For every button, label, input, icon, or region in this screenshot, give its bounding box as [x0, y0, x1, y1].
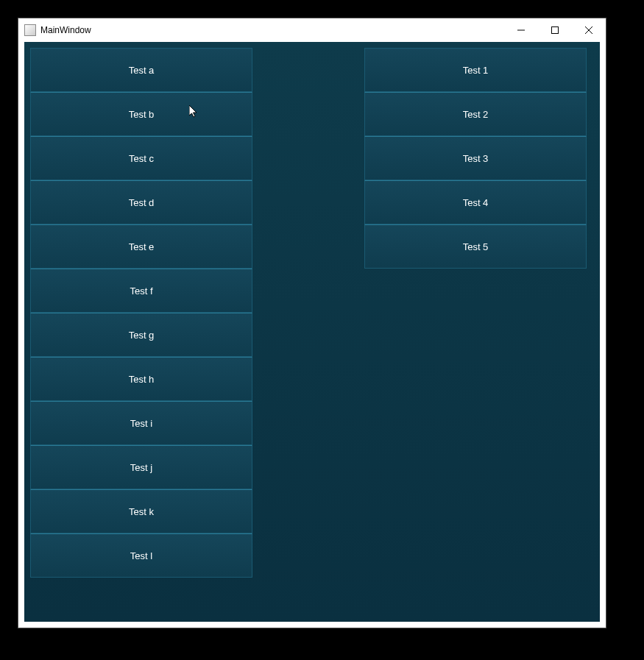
list-item[interactable]: Test 5 — [364, 224, 587, 269]
list-item-label: Test 2 — [463, 109, 489, 120]
close-button[interactable] — [572, 18, 606, 42]
list-item-label: Test a — [129, 65, 155, 76]
list-item[interactable]: Test e — [30, 224, 252, 269]
list-item[interactable]: Test i — [30, 401, 252, 445]
minimize-icon — [517, 26, 525, 34]
list-item[interactable]: Test 2 — [364, 92, 587, 136]
list-item-label: Test h — [129, 374, 155, 385]
list-item-label: Test l — [130, 550, 152, 561]
svg-rect-1 — [552, 27, 559, 34]
maximize-button[interactable] — [538, 18, 572, 42]
close-icon — [585, 26, 592, 34]
list-item-label: Test 5 — [463, 241, 489, 252]
list-item[interactable]: Test 4 — [364, 180, 587, 224]
list-item-label: Test d — [129, 197, 155, 208]
list-item-label: Test c — [129, 153, 154, 164]
list-item[interactable]: Test a — [30, 48, 252, 92]
column-spacer — [252, 48, 364, 616]
list-item-label: Test 4 — [463, 197, 489, 208]
list-item-label: Test g — [129, 330, 155, 341]
list-item[interactable]: Test k — [30, 489, 252, 533]
right-list: Test 1 Test 2 Test 3 Test 4 Test 5 — [364, 48, 587, 616]
list-item[interactable]: Test b — [30, 92, 252, 136]
list-item-label: Test j — [130, 462, 152, 473]
maximize-icon — [551, 26, 559, 34]
list-item-label: Test 3 — [463, 153, 489, 164]
app-icon — [24, 24, 36, 36]
list-item-label: Test k — [129, 506, 154, 517]
list-item[interactable]: Test j — [30, 445, 252, 489]
window-title: MainWindow — [40, 25, 91, 35]
list-item-label: Test b — [129, 109, 155, 120]
list-item[interactable]: Test 1 — [364, 48, 587, 92]
list-item-label: Test i — [130, 418, 152, 429]
list-item[interactable]: Test l — [30, 533, 252, 578]
list-item[interactable]: Test g — [30, 313, 252, 357]
titlebar-controls — [504, 18, 606, 42]
list-item-label: Test f — [130, 285, 152, 297]
list-item[interactable]: Test 3 — [364, 136, 587, 180]
list-item[interactable]: Test c — [30, 136, 252, 180]
titlebar[interactable]: MainWindow — [18, 18, 606, 42]
list-item[interactable]: Test h — [30, 357, 252, 401]
list-item[interactable]: Test d — [30, 180, 252, 224]
minimize-button[interactable] — [504, 18, 538, 42]
list-item-label: Test e — [129, 241, 155, 252]
client-area: Test a Test b Test c Test d Test e Test … — [24, 42, 600, 622]
list-item[interactable]: Test f — [30, 269, 252, 313]
left-list: Test a Test b Test c Test d Test e Test … — [30, 48, 252, 616]
window-frame: MainWindow Test a — [18, 18, 606, 628]
list-item-label: Test 1 — [463, 65, 489, 76]
